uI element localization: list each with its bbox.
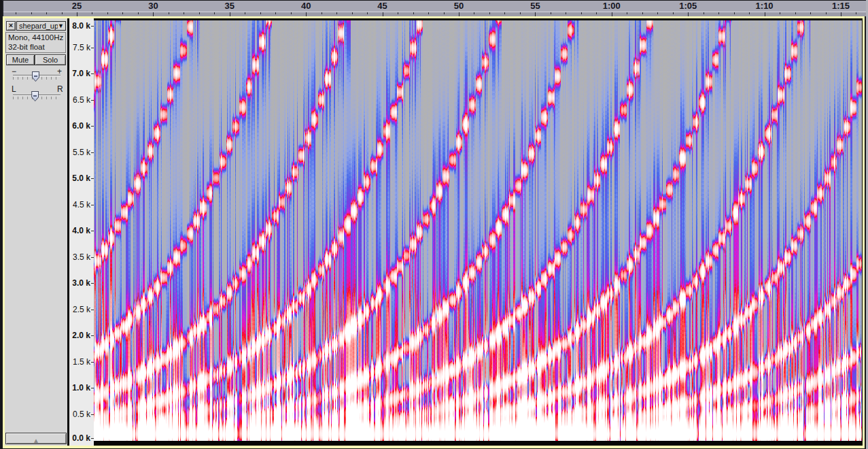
timeline-minor-tick [245, 12, 245, 14]
freq-label: 3.5 k [73, 252, 90, 262]
timeline-label: 1:00 [603, 1, 621, 11]
close-track-button[interactable]: × [6, 21, 16, 31]
pan-right-label: R [57, 84, 63, 94]
timeline-minor-tick [780, 12, 780, 14]
mute-button[interactable]: Mute [6, 54, 35, 65]
freq-label: 8.0 k [72, 21, 90, 31]
timeline-minor-tick [107, 12, 108, 14]
timeline-minor-tick [260, 12, 261, 14]
track-format-line2: 32-bit float [6, 42, 65, 52]
timeline-minor-tick [336, 12, 337, 14]
timeline-minor-tick [62, 12, 63, 14]
timeline-minor-tick [214, 12, 215, 14]
timeline-label: 1:05 [679, 1, 697, 11]
timeline-minor-tick [352, 12, 353, 14]
timeline-label: 25 [72, 1, 82, 11]
timeline-minor-tick [398, 12, 398, 14]
timeline-minor-tick [169, 12, 169, 14]
pan-left-label: L [12, 84, 16, 94]
timeline-label: 1:15 [832, 1, 850, 11]
timeline-minor-tick [627, 12, 627, 14]
freq-label: 6.0 k [72, 121, 90, 131]
timeline-minor-tick [199, 12, 200, 14]
timeline-minor-tick [504, 12, 505, 14]
timeline-minor-tick [856, 12, 856, 14]
timeline-minor-tick [322, 12, 322, 14]
timeline-minor-tick [122, 12, 123, 14]
freq-label: 7.5 k [73, 43, 90, 52]
timeline-minor-tick [749, 12, 750, 14]
freq-label: 3.0 k [72, 278, 90, 288]
timeline-minor-tick [826, 12, 827, 14]
freq-label: 2.5 k [73, 305, 90, 314]
timeline-minor-tick [413, 12, 414, 14]
timeline-minor-tick [795, 12, 796, 14]
frequency-ruler[interactable]: 8.0 k7.5 k7.0 k6.5 k6.0 k5.5 k5.0 k4.5 k… [69, 18, 94, 446]
freq-label: 5.0 k [72, 173, 90, 183]
timeline-minor-tick [734, 12, 735, 14]
timeline-minor-tick [581, 12, 582, 14]
timeline-minor-tick [138, 12, 139, 14]
timeline-minor-tick [92, 12, 92, 14]
timeline-label: 1:10 [756, 1, 774, 11]
track-title: shepard_up [17, 22, 58, 30]
collapse-triangle-icon: ▲ [33, 437, 39, 444]
spectrogram-canvas[interactable] [94, 20, 862, 441]
timeline-minor-tick [642, 12, 643, 14]
timeline-minor-tick [291, 12, 292, 14]
freq-label: 5.5 k [73, 148, 90, 157]
timeline-minor-tick [566, 12, 566, 14]
timeline-minor-tick [367, 12, 368, 14]
timeline-minor-tick [551, 12, 551, 14]
freq-label: 0.0 k [72, 433, 90, 443]
timeline-label: 35 [225, 1, 235, 11]
timeline-minor-tick [16, 12, 16, 14]
freq-label: 4.0 k [72, 226, 90, 235]
track-control-panel: × shepard_up ▼ Mono, 44100Hz 32-bit floa… [5, 18, 67, 446]
timeline-minor-tick [275, 12, 276, 14]
freq-label: 4.5 k [73, 200, 90, 210]
timeline-minor-tick [810, 12, 811, 14]
audacity-window: 253035404550551:001:051:101:15 × shepard… [0, 0, 868, 449]
timeline-label: 40 [301, 1, 311, 11]
freq-label: 6.5 k [73, 95, 90, 105]
timeline-minor-tick [520, 12, 521, 14]
timeline-minor-tick [428, 12, 429, 14]
timeline-minor-tick [489, 12, 490, 14]
timeline-label: 50 [454, 1, 464, 11]
track-row: × shepard_up ▼ Mono, 44100Hz 32-bit floa… [5, 18, 863, 446]
timeline-label: 30 [148, 1, 158, 11]
collapse-track-button[interactable]: ▲ [5, 433, 67, 444]
track-info-box: Mono, 44100Hz 32-bit float [5, 32, 66, 53]
freq-label: 0.5 k [73, 410, 90, 419]
freq-label: 7.0 k [72, 69, 90, 78]
freq-label: 1.0 k [72, 383, 90, 393]
freq-label: 2.0 k [72, 331, 90, 340]
timeline-label: 45 [377, 1, 387, 11]
timeline-minor-tick [184, 12, 184, 14]
timeline-minor-tick [718, 12, 719, 14]
track-title-bar[interactable]: shepard_up ▼ [16, 21, 66, 31]
timeline-minor-tick [46, 12, 47, 14]
solo-button[interactable]: Solo [35, 54, 66, 65]
timeline-minor-tick [444, 12, 445, 14]
timeline-minor-tick [474, 12, 474, 14]
timeline-label: 55 [530, 1, 540, 11]
timeline-minor-tick [657, 12, 658, 14]
timeline-minor-tick [596, 12, 597, 14]
track-menu-chevron-down-icon[interactable]: ▼ [58, 22, 65, 29]
freq-label: 1.5 k [73, 357, 90, 367]
track-format-line1: Mono, 44100Hz [6, 33, 65, 42]
timeline-minor-tick [31, 12, 32, 14]
timeline-minor-tick [673, 12, 674, 14]
timeline-minor-tick [704, 12, 704, 14]
